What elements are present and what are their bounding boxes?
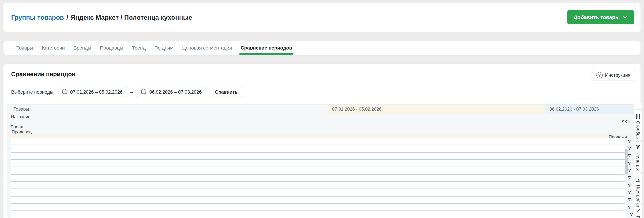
filter-cell-seller: [7, 160, 634, 167]
filter-cell-p1-avg-price: [7, 196, 634, 204]
p1-avg-price-filter-input[interactable]: [11, 196, 625, 204]
header-card: Группы товаров / Яндекс Маркет / Полотен…: [4, 3, 640, 32]
p2-revenue-filter-input[interactable]: [11, 211, 627, 218]
period-selection-row: Выберите периоды 07.01.2026 – 05.02.2026…: [11, 87, 243, 97]
period2-value: 06.02.2026 – 07.03.2026: [149, 90, 202, 95]
col-header-name[interactable]: Название: [7, 114, 634, 119]
filter-cell-p1-sales: [7, 167, 634, 174]
table-column-header-row: Название SKU Бренд Продавец Продажи Выру…: [7, 114, 634, 138]
funnel-icon[interactable]: [627, 205, 632, 209]
filter-cell-name: [7, 138, 634, 145]
compare-button[interactable]: Сравнить: [210, 87, 243, 97]
funnel-icon[interactable]: [627, 154, 632, 158]
period1-value: 07.01.2026 – 05.02.2026: [70, 90, 122, 95]
filter-cell-brand: [7, 152, 634, 160]
add-products-button[interactable]: Добавить товары: [567, 10, 634, 24]
filter-cell-p1-revenue: [7, 174, 634, 182]
add-products-label: Добавить товары: [574, 14, 620, 20]
question-circle-icon: ?: [596, 72, 603, 78]
side-tab-settings[interactable]: Настройки: [634, 174, 642, 204]
col-header-brand[interactable]: Бренд: [7, 124, 634, 130]
sku-filter-input[interactable]: [11, 145, 625, 152]
period-dash: –: [130, 89, 133, 95]
breadcrumb: Группы товаров / Яндекс Маркет / Полотен…: [11, 3, 192, 32]
tab-brendy[interactable]: Бренды: [74, 41, 91, 54]
funnel-icon[interactable]: [627, 190, 632, 195]
filter-cell-p2-revenue: [7, 211, 634, 218]
vertical-scrollbar[interactable]: [625, 149, 628, 174]
filter-cell-p2-sales: [7, 204, 634, 211]
periods-label: Выберите периоды: [11, 90, 53, 95]
funnel-icon[interactable]: [629, 212, 634, 216]
col-header-seller[interactable]: Продавец: [7, 130, 634, 134]
tab-po-dnyam[interactable]: По дням: [154, 41, 174, 54]
tab-kategorii[interactable]: Категории: [42, 41, 65, 54]
period1-datepicker[interactable]: 07.01.2026 – 05.02.2026: [57, 87, 127, 97]
instruction-label: Инструкция: [605, 72, 630, 78]
side-tab-filters-label: Фильтры: [636, 152, 640, 171]
funnel-icon: [635, 144, 640, 150]
calendar-icon: [62, 89, 68, 96]
side-tab-columns-label: Столбцы: [636, 121, 640, 140]
p1-days-filter-input[interactable]: [11, 182, 625, 189]
group-header-period2: 06.02.2026 - 07.03.2026: [545, 104, 634, 114]
filter-cell-sku: [7, 145, 634, 152]
p2-sales-filter-input[interactable]: [11, 204, 625, 211]
chevron-down-icon: [622, 15, 628, 20]
side-tab-filters[interactable]: Фильтры: [634, 142, 642, 172]
page-title: Сравнение периодов: [11, 71, 76, 78]
side-tab-settings-label: Настройки: [636, 185, 640, 207]
tab-tovary[interactable]: Товары: [16, 41, 33, 54]
tab-prodavtsy[interactable]: Продавцы: [100, 41, 123, 54]
period2-datepicker[interactable]: 06.02.2026 – 07.03.2026: [136, 87, 206, 97]
side-tool-panel: Столбцы Фильтры Настройки По: [634, 103, 642, 218]
p1-revenue-filter-input[interactable]: [11, 174, 625, 182]
check-icon: [636, 208, 640, 214]
tab-tsenovaya-segmentatsiya[interactable]: Ценовая сегментация: [182, 41, 232, 54]
side-tab-columns[interactable]: Столбцы: [634, 111, 642, 140]
funnel-icon[interactable]: [627, 183, 632, 187]
calendar-icon: [141, 89, 146, 96]
group-header-products: Товары: [7, 104, 328, 114]
instruction-button[interactable]: ? Инструкция: [592, 70, 635, 80]
funnel-icon[interactable]: [627, 198, 632, 202]
funnel-icon[interactable]: [627, 161, 632, 165]
side-tab-partial[interactable]: [634, 103, 642, 110]
table-filter-row: [7, 138, 634, 148]
col-header-sku[interactable]: SKU: [7, 119, 634, 124]
funnel-icon[interactable]: [627, 146, 632, 151]
funnel-icon[interactable]: [627, 168, 632, 173]
filter-cell-p1-price: [7, 189, 634, 196]
tab-trend[interactable]: Тренд: [132, 41, 146, 54]
breadcrumb-separator: /: [66, 14, 68, 21]
breadcrumb-groups-link[interactable]: Группы товаров: [11, 14, 64, 21]
comparison-table: Товары 07.01.2026 - 05.02.2026 06.02.202…: [7, 104, 634, 218]
table-group-header-row: Товары 07.01.2026 - 05.02.2026 06.02.202…: [7, 104, 634, 114]
funnel-icon[interactable]: [627, 139, 632, 143]
funnel-icon[interactable]: [627, 176, 632, 180]
tab-sravnenie-periodov[interactable]: Сравнение периодов: [240, 41, 292, 54]
breadcrumb-trail: Яндекс Маркет / Полотенца кухонные: [70, 14, 192, 21]
brand-filter-input[interactable]: [11, 152, 625, 160]
settings-panel-icon: [635, 177, 640, 183]
columns-icon: [636, 114, 640, 119]
p1-price-filter-input[interactable]: [11, 189, 625, 196]
group-header-period1: 07.01.2026 - 05.02.2026: [328, 104, 545, 114]
name-filter-input[interactable]: [11, 138, 625, 145]
seller-filter-input[interactable]: [11, 160, 625, 167]
p1-sales-filter-input[interactable]: [11, 167, 625, 174]
side-tab-more-label: По: [636, 216, 640, 218]
filter-cell-p1-days: [7, 182, 634, 189]
view-tabs-bar: Товары Категории Бренды Продавцы Тренд П…: [4, 41, 640, 54]
